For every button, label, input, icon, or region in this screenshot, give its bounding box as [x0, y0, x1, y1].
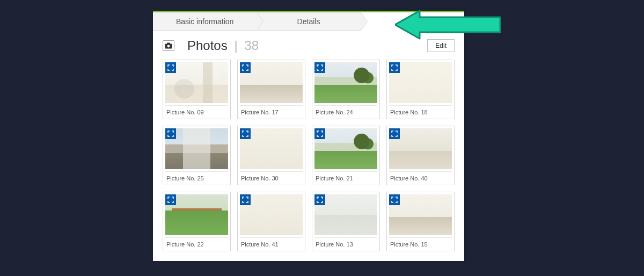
photo-caption: Picture No. 24 [314, 105, 377, 119]
photo-card[interactable]: Picture No. 24 [312, 60, 380, 119]
expand-icon [240, 128, 251, 139]
photo-card[interactable]: Picture No. 22 [163, 192, 231, 251]
expand-icon [314, 62, 325, 73]
camera-icon [163, 40, 174, 51]
page-title: Photos | 38 [187, 38, 259, 53]
photo-caption: Picture No. 15 [389, 237, 452, 251]
svg-point-2 [167, 45, 170, 48]
photo-caption: Picture No. 25 [165, 171, 228, 185]
photo-thumbnail [314, 194, 377, 235]
photo-thumbnail [165, 62, 228, 103]
expand-icon [314, 194, 325, 205]
photo-thumbnail [389, 128, 452, 169]
expand-icon [240, 194, 251, 205]
photo-caption: Picture No. 40 [389, 171, 452, 185]
photo-thumbnail [389, 62, 452, 103]
photo-card[interactable]: Picture No. 17 [237, 60, 305, 119]
photo-card[interactable]: Picture No. 15 [386, 192, 455, 251]
expand-icon [165, 194, 176, 205]
expand-icon [389, 128, 400, 139]
photo-caption: Picture No. 22 [165, 237, 228, 251]
photo-count: 38 [244, 38, 259, 53]
expand-icon [314, 128, 325, 139]
expand-icon [165, 62, 176, 73]
photo-card[interactable]: Picture No. 13 [312, 192, 380, 251]
photo-caption: Picture No. 41 [240, 237, 303, 251]
edit-button[interactable]: Edit [427, 39, 455, 52]
expand-icon [165, 128, 176, 139]
tab-label: Basic information [176, 17, 233, 26]
page-title-text: Photos [187, 38, 228, 53]
photo-thumbnail [314, 62, 377, 103]
photo-card[interactable]: Picture No. 40 [386, 126, 455, 185]
photo-card[interactable]: Picture No. 18 [386, 60, 455, 119]
photo-card[interactable]: Picture No. 09 [163, 60, 231, 119]
photo-thumbnail [165, 128, 228, 169]
tab-media[interactable]: Media [361, 12, 464, 31]
photo-thumbnail [240, 62, 303, 103]
heading-row: Photos | 38 Edit [153, 31, 464, 59]
expand-icon [240, 62, 251, 73]
tab-label: Details [297, 17, 320, 26]
photo-card[interactable]: Picture No. 25 [163, 126, 231, 185]
photo-grid: Picture No. 09Picture No. 17Picture No. … [153, 59, 464, 261]
title-divider: | [231, 38, 240, 53]
expand-icon [389, 62, 400, 73]
photo-thumbnail [314, 128, 377, 169]
photo-thumbnail [165, 194, 228, 235]
photo-card[interactable]: Picture No. 30 [237, 126, 305, 185]
photo-card[interactable]: Picture No. 41 [237, 192, 305, 251]
photo-caption: Picture No. 21 [314, 171, 377, 185]
expand-icon [389, 194, 400, 205]
media-panel: Basic information Details Media Photos |… [153, 11, 464, 261]
photo-caption: Picture No. 13 [314, 237, 377, 251]
photo-thumbnail [389, 194, 452, 235]
photo-thumbnail [240, 194, 303, 235]
photo-caption: Picture No. 30 [240, 171, 303, 185]
tab-details[interactable]: Details [257, 12, 360, 31]
photo-caption: Picture No. 18 [389, 105, 452, 119]
svg-rect-1 [167, 43, 170, 45]
tab-bar: Basic information Details Media [153, 11, 464, 31]
photo-card[interactable]: Picture No. 21 [312, 126, 380, 185]
photo-caption: Picture No. 09 [165, 105, 228, 119]
tab-basic-information[interactable]: Basic information [153, 12, 257, 31]
tab-label: Media [402, 17, 422, 26]
photo-caption: Picture No. 17 [240, 105, 303, 119]
photo-thumbnail [240, 128, 303, 169]
